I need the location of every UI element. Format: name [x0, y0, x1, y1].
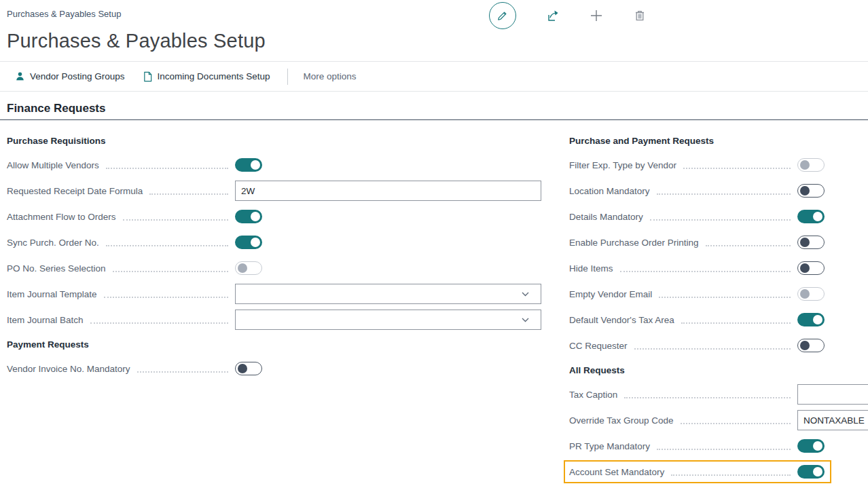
person-icon — [15, 71, 25, 81]
label-zone: PO No. Series Selection — [7, 263, 235, 274]
toggle-knob — [800, 160, 810, 170]
left-column: Purchase RequisitionsAllow Multiple Vend… — [7, 129, 541, 381]
input-item-journal-batch[interactable] — [235, 310, 541, 330]
field-row-attachment-flow-to-orders: Attachment Flow to Orders — [7, 204, 541, 229]
field-row-po-no-series-selection: PO No. Series Selection — [7, 255, 541, 281]
toggle-location-mandatory[interactable] — [797, 184, 825, 198]
dotted-leader — [681, 423, 791, 424]
dotted-leader — [123, 219, 228, 221]
toggle-enable-purchase-order-printing[interactable] — [797, 236, 825, 249]
label-zone: Default Vendor's Tax Area — [569, 315, 797, 325]
share-button[interactable] — [545, 8, 560, 23]
label-zone: Allow Multiple Vendors — [7, 160, 235, 170]
input-requested-receipt-date-formula[interactable] — [235, 181, 541, 201]
toggle-allow-multiple-vendors[interactable] — [235, 158, 262, 172]
toggle-po-no-series-selection — [235, 261, 262, 275]
field-label-default-vendor-s-tax-area: Default Vendor's Tax Area — [569, 315, 674, 325]
label-zone: Enable Purchase Order Printing — [569, 238, 797, 248]
toggle-knob — [813, 467, 822, 476]
toggle-default-vendor-s-tax-area[interactable] — [797, 313, 825, 326]
group-header-all-requests: All Requests — [569, 358, 868, 381]
edit-button[interactable] — [489, 2, 516, 29]
page-toolbar — [489, 1, 662, 30]
field-row-hide-items: Hide Items — [569, 255, 868, 281]
input-override-tax-group-code[interactable] — [797, 410, 868, 430]
label-zone: Vendor Invoice No. Mandatory — [7, 364, 235, 374]
field-row-pr-type-mandatory: PR Type Mandatory — [569, 433, 868, 459]
toggle-account-set-mandatory[interactable] — [797, 465, 825, 479]
right-column: Purchase and Payment RequestsFilter Exp.… — [569, 129, 868, 485]
toggle-details-mandatory[interactable] — [797, 210, 825, 223]
dotted-leader — [706, 245, 791, 246]
input-tax-caption[interactable] — [797, 384, 868, 405]
label-zone: Item Journal Batch — [7, 315, 235, 325]
new-button[interactable] — [589, 8, 604, 23]
share-icon — [545, 8, 560, 23]
action-bar: Vendor Posting Groups Incoming Documents… — [0, 61, 868, 92]
more-options-button[interactable]: More options — [303, 71, 356, 81]
dotted-leader — [650, 219, 791, 221]
toggle-sync-purch-order-no[interactable] — [235, 236, 262, 249]
field-label-item-journal-batch: Item Journal Batch — [7, 315, 84, 325]
field-label-hide-items: Hide Items — [569, 263, 613, 274]
toggle-knob — [813, 212, 822, 221]
dotted-leader — [113, 271, 228, 272]
toggle-pr-type-mandatory[interactable] — [797, 439, 825, 453]
action-label: Vendor Posting Groups — [30, 71, 125, 81]
toggle-knob — [800, 289, 810, 299]
purchases-payables-setup-page: Purchases & Payables Setup Purchases & P… — [0, 0, 868, 486]
label-zone: Tax Caption — [569, 390, 797, 400]
action-label: Incoming Documents Setup — [158, 71, 270, 81]
toggle-hide-items[interactable] — [797, 261, 825, 275]
section-finance-requests[interactable]: Finance Requests — [0, 99, 868, 120]
group-header-purchase-requisitions: Purchase Requisitions — [7, 129, 541, 152]
toggle-vendor-invoice-no-mandatory[interactable] — [235, 362, 262, 375]
field-label-item-journal-template: Item Journal Template — [7, 289, 97, 299]
field-row-details-mandatory: Details Mandatory — [569, 204, 868, 229]
field-label-details-mandatory: Details Mandatory — [569, 212, 643, 222]
dotted-leader — [106, 245, 228, 246]
breadcrumb[interactable]: Purchases & Payables Setup — [7, 9, 121, 19]
toggle-knob — [238, 263, 247, 273]
toggle-knob — [800, 186, 810, 195]
action-incoming-documents-setup[interactable]: Incoming Documents Setup — [143, 71, 270, 82]
group-header-purchase-and-payment-requests: Purchase and Payment Requests — [569, 129, 868, 152]
field-label-pr-type-mandatory: PR Type Mandatory — [569, 441, 650, 451]
action-vendor-posting-groups[interactable]: Vendor Posting Groups — [15, 71, 125, 81]
field-label-attachment-flow-to-orders: Attachment Flow to Orders — [7, 212, 116, 222]
field-row-default-vendor-s-tax-area: Default Vendor's Tax Area — [569, 307, 868, 333]
dotted-leader — [683, 168, 791, 169]
action-bar-divider — [287, 69, 288, 85]
pencil-icon — [496, 9, 509, 22]
field-row-cc-requester: CC Requester — [569, 333, 868, 358]
field-row-item-journal-template: Item Journal Template — [7, 281, 541, 307]
field-row-tax-caption: Tax Caption — [569, 381, 868, 407]
dotted-leader — [137, 371, 228, 373]
dotted-leader — [620, 271, 791, 272]
label-zone: Location Mandatory — [569, 186, 797, 196]
plus-icon — [590, 9, 603, 22]
field-label-requested-receipt-date-formula: Requested Receipt Date Formula — [7, 186, 143, 196]
document-icon — [143, 71, 153, 82]
field-label-tax-caption: Tax Caption — [569, 390, 617, 400]
page-title: Purchases & Payables Setup — [7, 30, 266, 52]
toggle-cc-requester[interactable] — [797, 339, 825, 352]
toggle-attachment-flow-to-orders[interactable] — [235, 210, 262, 223]
field-row-location-mandatory: Location Mandatory — [569, 178, 868, 204]
delete-button[interactable] — [632, 8, 647, 23]
label-zone: Details Mandatory — [569, 212, 797, 222]
dotted-leader — [624, 397, 791, 398]
toggle-knob — [800, 238, 810, 247]
label-zone: Item Journal Template — [7, 289, 235, 299]
field-row-item-journal-batch: Item Journal Batch — [7, 307, 541, 333]
field-label-po-no-series-selection: PO No. Series Selection — [7, 263, 106, 274]
field-row-filter-exp-type-by-vendor: Filter Exp. Type by Vendor — [569, 152, 868, 178]
input-item-journal-template[interactable] — [235, 284, 541, 304]
dropdown-item-journal-batch — [235, 310, 541, 330]
toggle-knob — [813, 441, 822, 451]
toggle-knob — [251, 238, 260, 247]
label-zone: Override Tax Group Code — [569, 415, 797, 426]
label-zone: Empty Vendor Email — [569, 289, 797, 299]
dotted-leader — [657, 193, 791, 195]
field-label-allow-multiple-vendors: Allow Multiple Vendors — [7, 160, 99, 170]
